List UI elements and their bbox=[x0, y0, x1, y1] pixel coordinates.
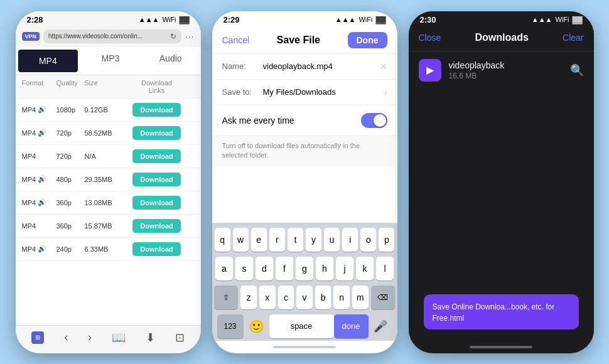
phone-1: 2:28 ▲▲▲ WiFi ▓▓ VPN https://www.videoso… bbox=[16, 11, 201, 353]
close-button[interactable]: Close bbox=[419, 33, 441, 43]
header-download: DownloadLinks bbox=[119, 79, 195, 94]
size-label: N/A bbox=[85, 153, 119, 160]
key-v[interactable]: v bbox=[296, 286, 313, 309]
key-g[interactable]: g bbox=[296, 257, 313, 281]
quality-label: 360p bbox=[57, 222, 85, 230]
key-t[interactable]: t bbox=[288, 228, 303, 252]
download-button[interactable]: Download bbox=[132, 196, 181, 210]
key-u[interactable]: u bbox=[324, 228, 340, 252]
download-manager-icon[interactable]: ⬇ bbox=[146, 331, 155, 345]
header-format: Format bbox=[22, 79, 57, 94]
time-1: 2:28 bbox=[27, 15, 43, 24]
sound-icon: 🔊 bbox=[38, 129, 46, 137]
done-button[interactable]: Done bbox=[348, 32, 387, 48]
save-to-value: My Files/Downloads bbox=[263, 87, 384, 97]
key-p[interactable]: p bbox=[379, 228, 394, 252]
tab-mp3[interactable]: MP3 bbox=[80, 47, 141, 75]
key-f[interactable]: f bbox=[276, 257, 293, 281]
key-j[interactable]: j bbox=[336, 257, 353, 281]
key-l[interactable]: l bbox=[376, 257, 394, 281]
format-tabs: MP4 MP3 Audio bbox=[16, 47, 201, 75]
key-123[interactable]: 123 bbox=[217, 314, 244, 338]
back-icon[interactable]: ‹ bbox=[64, 331, 68, 344]
key-e[interactable]: e bbox=[251, 228, 267, 252]
key-r[interactable]: r bbox=[269, 228, 285, 252]
hint-text: Turn off to download files automatically… bbox=[222, 141, 387, 161]
key-a[interactable]: a bbox=[215, 257, 233, 281]
key-backspace[interactable]: ⌫ bbox=[371, 286, 395, 309]
tab-mp4[interactable]: MP4 bbox=[18, 50, 78, 72]
size-label: 29.35MB bbox=[85, 176, 119, 183]
name-value[interactable]: videoplayback.mp4 bbox=[263, 62, 380, 71]
table-row: MP4🔊 360p 13.08MB Download bbox=[16, 191, 201, 215]
wifi-icon: WiFi bbox=[358, 16, 372, 23]
key-c[interactable]: c bbox=[278, 286, 294, 309]
downloads-title: Downloads bbox=[475, 32, 528, 43]
tab-audio[interactable]: Audio bbox=[141, 47, 201, 75]
key-n[interactable]: n bbox=[333, 286, 350, 309]
key-k[interactable]: k bbox=[356, 257, 374, 281]
home-bar bbox=[470, 346, 532, 348]
size-label: 6.33MB bbox=[85, 245, 119, 253]
download-button[interactable]: Download bbox=[132, 219, 181, 233]
keyboard-row-2: a s d f g h j k l bbox=[215, 257, 395, 281]
download-button[interactable]: Download bbox=[132, 103, 181, 117]
key-q[interactable]: q bbox=[215, 228, 230, 252]
clear-name-icon[interactable]: ✕ bbox=[380, 62, 387, 72]
status-icons-1: ▲▲▲ WiFi ▓▓ bbox=[139, 16, 190, 23]
download-button[interactable]: Download bbox=[132, 242, 181, 256]
wifi-icon: WiFi bbox=[162, 16, 176, 23]
forward-icon[interactable]: › bbox=[88, 331, 92, 344]
file-thumbnail: ▶ bbox=[419, 59, 441, 82]
key-b[interactable]: b bbox=[315, 286, 331, 309]
time-2: 2:29 bbox=[224, 15, 240, 24]
sound-icon: 🔊 bbox=[38, 198, 46, 206]
key-space[interactable]: space bbox=[269, 314, 334, 338]
key-m[interactable]: m bbox=[352, 286, 369, 309]
signal-icon: ▲▲▲ bbox=[532, 16, 552, 23]
table-row: MP4🔊 480p 29.35MB Download bbox=[16, 168, 201, 191]
ask-toggle[interactable] bbox=[361, 113, 387, 128]
reload-icon[interactable]: ↻ bbox=[170, 32, 176, 41]
key-w[interactable]: w bbox=[233, 228, 249, 252]
save-to-label: Save to: bbox=[222, 87, 263, 97]
more-icon[interactable]: ··· bbox=[185, 31, 195, 41]
save-form: Name: videoplayback.mp4 ✕ Save to: My Fi… bbox=[212, 54, 397, 168]
key-i[interactable]: i bbox=[342, 228, 358, 252]
status-icons-2: ▲▲▲ WiFi ▓▓ bbox=[335, 16, 386, 23]
header-quality: Quality bbox=[57, 79, 85, 94]
key-shift[interactable]: ⇧ bbox=[214, 286, 238, 309]
tabs-icon[interactable]: ⊞ bbox=[31, 331, 44, 344]
format-label: MP4 bbox=[22, 129, 36, 137]
key-h[interactable]: h bbox=[316, 257, 333, 281]
save-banner[interactable]: Save Online Downloa...book, etc. for Fre… bbox=[424, 294, 579, 329]
hint-area: Turn off to download files automatically… bbox=[212, 136, 397, 168]
save-to-row[interactable]: Save to: My Files/Downloads › bbox=[212, 80, 397, 105]
vpn-badge[interactable]: VPN bbox=[22, 32, 40, 41]
url-bar[interactable]: https://www.videosolo.com/onlin... ↻ bbox=[43, 29, 181, 43]
emoji-icon[interactable]: 🙂 bbox=[244, 315, 269, 338]
phone-2: 2:29 ▲▲▲ WiFi ▓▓ Cancel Save File Done N… bbox=[212, 11, 397, 353]
quality-label: 1080p bbox=[57, 106, 85, 114]
key-x[interactable]: x bbox=[259, 286, 276, 309]
key-y[interactable]: y bbox=[306, 228, 321, 252]
grid-icon[interactable]: ⊡ bbox=[175, 331, 185, 345]
key-done[interactable]: done bbox=[334, 314, 369, 338]
clear-button[interactable]: Clear bbox=[563, 33, 583, 43]
download-button[interactable]: Download bbox=[132, 149, 181, 163]
book-icon[interactable]: 📖 bbox=[112, 331, 126, 345]
format-label: MP4 bbox=[22, 176, 36, 183]
key-s[interactable]: s bbox=[235, 257, 253, 281]
cancel-button[interactable]: Cancel bbox=[222, 35, 250, 45]
sound-icon: 🔊 bbox=[38, 245, 46, 253]
mic-icon[interactable]: 🎤 bbox=[369, 316, 392, 337]
key-z[interactable]: z bbox=[240, 286, 257, 309]
name-label: Name: bbox=[222, 62, 263, 71]
chevron-right-icon: › bbox=[384, 87, 387, 97]
download-button[interactable]: Download bbox=[132, 173, 181, 186]
key-d[interactable]: d bbox=[256, 257, 273, 281]
download-button[interactable]: Download bbox=[132, 126, 181, 140]
key-o[interactable]: o bbox=[360, 228, 376, 252]
status-bar-3: 2:30 ▲▲▲ WiFi ▓▓ bbox=[409, 11, 594, 27]
search-icon[interactable]: 🔍 bbox=[570, 63, 584, 77]
